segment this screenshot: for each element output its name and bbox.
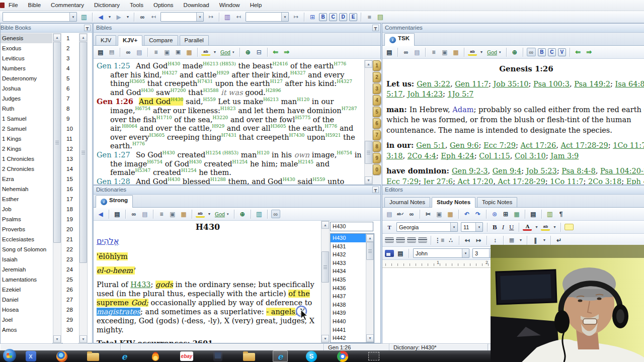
verse-reference[interactable]: Gen 1:28 bbox=[97, 177, 130, 185]
pin-icon[interactable]: ┳ bbox=[372, 187, 379, 193]
chapter-item[interactable]: 7 bbox=[63, 94, 78, 104]
verse[interactable]: Gen 1:25 And GodH430 madeH6213 (H853) th… bbox=[97, 62, 362, 97]
paste-icon[interactable]: ▦ bbox=[446, 210, 455, 218]
scripture-link[interactable]: 1Co 11:7 bbox=[550, 177, 583, 185]
color-swatch-icon[interactable]: ■ bbox=[365, 13, 374, 21]
chapter-item[interactable]: 23 bbox=[63, 254, 78, 264]
book-item[interactable]: Song of Solomon bbox=[1, 244, 52, 254]
scroll-thumb[interactable] bbox=[321, 251, 329, 283]
scripture-link[interactable]: 2Co 4:4 bbox=[408, 152, 436, 160]
highlight-color-icon[interactable]: ab bbox=[541, 224, 550, 231]
strongs-number-link[interactable]: H6213 bbox=[263, 98, 279, 103]
verse-bookmark-6[interactable]: 6 bbox=[373, 118, 381, 129]
scripture-link[interactable]: Job 5:23 bbox=[526, 167, 557, 175]
bullet-list-icon[interactable]: ∴ bbox=[446, 236, 455, 244]
strongs-number-link[interactable]: H1710 bbox=[156, 115, 172, 120]
menu-commentary[interactable]: Commentary bbox=[46, 1, 89, 10]
scripture-link[interactable]: 1Co 11:7 bbox=[613, 141, 644, 149]
strongs-number-link[interactable]: H120 bbox=[297, 98, 309, 103]
strongs-number-link[interactable]: H430 bbox=[168, 177, 180, 182]
menu-download[interactable]: Download bbox=[179, 1, 214, 10]
menu-tools[interactable]: Tools bbox=[125, 1, 148, 10]
chapter-item[interactable]: 5 bbox=[63, 73, 78, 83]
strongs-number-link[interactable]: H5775 bbox=[295, 115, 310, 120]
pin-icon[interactable]: ┳ bbox=[372, 25, 379, 31]
chapter-item[interactable]: 28 bbox=[63, 305, 78, 315]
scripture-link[interactable]: Col 1:15 bbox=[479, 152, 510, 160]
tab-study-notes[interactable]: Study Notes bbox=[432, 197, 475, 208]
chapter-item[interactable]: 14 bbox=[63, 164, 78, 174]
find-icon[interactable]: ▤ bbox=[385, 210, 394, 218]
back-icon[interactable]: ◀ bbox=[96, 13, 105, 21]
book-item[interactable]: Joel bbox=[1, 315, 52, 325]
strongs-number-link[interactable]: H430 bbox=[171, 98, 183, 103]
strongs-number-link[interactable]: H1254 bbox=[181, 168, 197, 173]
font-icon[interactable]: T bbox=[385, 223, 394, 231]
scroll-thumb[interactable] bbox=[53, 42, 61, 243]
scripture-link[interactable]: Job 35:10 bbox=[493, 80, 528, 88]
export-icon[interactable]: ▤ bbox=[396, 249, 405, 257]
strongs-number-link[interactable]: H3605 bbox=[129, 79, 145, 84]
pilc-icon[interactable]: ¶ bbox=[556, 210, 566, 218]
align-left-icon[interactable] bbox=[385, 237, 394, 243]
book-item[interactable]: 1 Kings bbox=[1, 134, 52, 144]
verse-bookmark-1[interactable]: 1 bbox=[373, 60, 381, 71]
chapter-item[interactable]: 16 bbox=[63, 184, 78, 194]
verse-list-icon[interactable]: ≡ bbox=[151, 48, 160, 56]
verse-list-icon[interactable]: ≡ bbox=[429, 48, 438, 56]
snipping-tool-icon[interactable] bbox=[366, 350, 381, 362]
tab-topic-notes[interactable]: Topic Notes bbox=[477, 197, 517, 207]
cut-icon[interactable]: ✂ bbox=[424, 210, 433, 218]
verse-bookmark-9[interactable]: 9 bbox=[373, 153, 381, 163]
app-x-icon[interactable]: X bbox=[23, 350, 38, 362]
dropdown-arrow-icon[interactable]: ▼ bbox=[69, 13, 76, 21]
strongs-number-link[interactable]: H1254 bbox=[205, 150, 221, 155]
paste-icon[interactable]: ▦ bbox=[451, 48, 460, 56]
strongs-number-link[interactable]: H430 bbox=[283, 177, 295, 182]
scripture-link[interactable]: Psa 100:3 bbox=[533, 80, 570, 88]
dropdown-arrow-icon[interactable]: ▼ bbox=[196, 13, 203, 21]
pen-dropdown-icon[interactable]: ▼ bbox=[212, 48, 217, 56]
search-icon[interactable]: ∞ bbox=[138, 13, 147, 21]
find-replace-icon[interactable]: ∞ bbox=[407, 210, 416, 218]
devotion-calendar-icon[interactable]: ▤ bbox=[376, 13, 385, 21]
bold-button[interactable]: B bbox=[493, 223, 497, 231]
scripture-link[interactable]: Ecc 7:29 bbox=[386, 177, 419, 185]
zoom-icon[interactable]: ⊕ bbox=[238, 210, 247, 218]
strongs-list-scrollbar[interactable]: ▲▼ bbox=[366, 234, 374, 342]
book-item[interactable]: Jeremiah bbox=[1, 264, 52, 275]
columns-dropdown-icon[interactable]: ▼ bbox=[542, 236, 547, 244]
strongs-number-link[interactable]: (H853) bbox=[221, 150, 238, 155]
chapter-item[interactable]: 13 bbox=[63, 154, 78, 164]
dropdown-arrow-icon[interactable]: ▼ bbox=[475, 223, 482, 231]
strongs-number-link[interactable]: (H853) bbox=[218, 61, 236, 66]
menu-file[interactable]: File bbox=[4, 1, 23, 10]
verse-bookmark-2[interactable]: 2 bbox=[373, 72, 381, 82]
strongs-number-link[interactable]: H6754 bbox=[135, 106, 151, 111]
export-icon[interactable]: ▤ bbox=[113, 210, 122, 218]
tab-kjv-[interactable]: KJV+ bbox=[118, 35, 142, 46]
underline-button[interactable]: U bbox=[509, 223, 514, 231]
layout-dictionaries-button[interactable]: D bbox=[339, 13, 347, 21]
phone-app-icon[interactable] bbox=[210, 350, 225, 362]
link-icon[interactable]: ∞ bbox=[271, 210, 280, 218]
pen-dropdown-icon[interactable]: ▼ bbox=[207, 210, 212, 218]
book-item[interactable]: Leviticus bbox=[1, 53, 52, 63]
verse-book-combo[interactable]: John▼ bbox=[413, 248, 469, 258]
copy-plus-icon[interactable]: ▦ bbox=[185, 48, 194, 56]
reading-icon[interactable]: ▥ bbox=[255, 210, 264, 218]
copy-icon[interactable]: ▣ bbox=[168, 210, 177, 218]
strongs-number-link[interactable]: H1823 bbox=[220, 106, 236, 111]
next-icon[interactable]: ⇒ bbox=[585, 48, 594, 56]
search-prev-icon[interactable]: ↤ bbox=[149, 13, 158, 21]
book-item[interactable]: 2 Samuel bbox=[1, 124, 52, 134]
chapter-item[interactable]: 17 bbox=[63, 194, 78, 204]
highlight-words-dropdown[interactable]: God▼ bbox=[487, 49, 502, 55]
book-item[interactable]: 2 Kings bbox=[1, 144, 52, 154]
strongs-number-link[interactable]: H120 bbox=[257, 150, 269, 155]
menu-help[interactable]: Help bbox=[245, 1, 267, 10]
undo-icon[interactable]: ↶ bbox=[462, 210, 471, 218]
book-item[interactable]: Numbers bbox=[1, 63, 52, 73]
scroll-thumb[interactable] bbox=[79, 42, 87, 263]
scripture-link[interactable]: Col 3:10 bbox=[515, 152, 546, 160]
